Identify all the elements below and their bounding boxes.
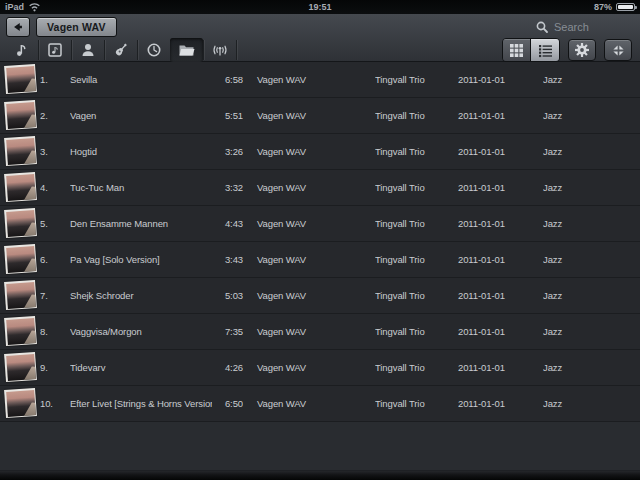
back-arrow-icon [11,20,25,34]
track-title: Tuc-Tuc Man [70,182,212,193]
track-row[interactable]: 8. Vaggvisa/Morgon 7:35 Vagen WAV Tingva… [0,314,640,350]
list-view-icon [538,43,553,58]
track-genre: Jazz [543,218,640,229]
track-date: 2011-01-01 [458,182,543,193]
track-genre: Jazz [543,254,640,265]
track-artist: Tingvall Trio [375,218,458,229]
track-genre: Jazz [543,398,640,409]
track-title: Efter Livet [Strings & Horns Version] [70,398,212,409]
track-row[interactable]: 2. Vagen 5:51 Vagen WAV Tingvall Trio 20… [0,98,640,134]
track-artist: Tingvall Trio [375,182,458,193]
grid-view-button[interactable] [503,39,531,61]
album-art-thumbnail [4,64,38,95]
track-artist: Tingvall Trio [375,290,458,301]
artist-icon [80,42,96,58]
album-art-thumbnail [4,316,38,347]
radio-icon [212,42,228,58]
app-screen: iPad 19:51 87% Vagen WAV [0,0,640,480]
track-date: 2011-01-01 [458,326,543,337]
track-row[interactable]: 3. Hogtid 3:26 Vagen WAV Tingvall Trio 2… [0,134,640,170]
tab-songs[interactable] [5,38,38,62]
album-art-thumbnail [4,100,38,131]
music-note-icon [14,42,30,58]
album-art-thumbnail [4,208,38,239]
track-album: Vagen WAV [243,398,375,409]
track-genre: Jazz [543,74,640,85]
track-row[interactable]: 5. Den Ensamme Mannen 4:43 Vagen WAV Tin… [0,206,640,242]
track-row[interactable]: 10. Efter Livet [Strings & Horns Version… [0,386,640,422]
tab-folders[interactable] [170,38,203,62]
track-date: 2011-01-01 [458,74,543,85]
track-album: Vagen WAV [243,182,375,193]
track-genre: Jazz [543,182,640,193]
track-number: 2. [40,110,70,121]
track-album: Vagen WAV [243,74,375,85]
search-input[interactable] [554,21,626,33]
tab-recent[interactable] [137,38,170,62]
tab-radio[interactable] [203,38,236,62]
tab-albums[interactable] [38,38,71,62]
track-artist: Tingvall Trio [375,146,458,157]
album-art-thumbnail [4,136,38,167]
tab-genres[interactable] [104,38,137,62]
track-album: Vagen WAV [243,218,375,229]
grid-view-icon [509,43,524,58]
track-row[interactable]: 7. Shejk Schroder 5:03 Vagen WAV Tingval… [0,278,640,314]
tab-artists[interactable] [71,38,104,62]
library-tabs [5,38,236,62]
view-controls [502,38,632,62]
track-date: 2011-01-01 [458,398,543,409]
track-number: 4. [40,182,70,193]
track-title: Vaggvisa/Morgon [70,326,212,337]
bottom-bar [0,470,640,480]
track-duration: 4:43 [212,218,243,229]
track-title: Vagen [70,110,212,121]
view-mode-segment [502,38,560,62]
battery-icon [616,3,635,11]
status-time: 19:51 [0,2,640,12]
track-artist: Tingvall Trio [375,110,458,121]
track-album: Vagen WAV [243,146,375,157]
track-duration: 3:32 [212,182,243,193]
track-row[interactable]: 9. Tidevarv 4:26 Vagen WAV Tingvall Trio… [0,350,640,386]
album-title-button[interactable]: Vagen WAV [36,17,117,37]
track-duration: 5:03 [212,290,243,301]
guitar-icon [113,42,129,58]
album-art-thumbnail [4,352,38,383]
track-number: 9. [40,362,70,373]
track-date: 2011-01-01 [458,362,543,373]
search-box [535,20,626,34]
folder-icon [178,42,195,58]
settings-button[interactable] [568,39,596,61]
track-list: 1. Sevilla 6:58 Vagen WAV Tingvall Trio … [0,62,640,422]
track-row[interactable]: 6. Pa Vag [Solo Version] 3:43 Vagen WAV … [0,242,640,278]
track-genre: Jazz [543,146,640,157]
list-view-button[interactable] [531,39,559,61]
track-artist: Tingvall Trio [375,362,458,373]
track-date: 2011-01-01 [458,218,543,229]
gear-icon [574,42,590,58]
track-date: 2011-01-01 [458,110,543,121]
back-button[interactable] [6,17,30,37]
collapse-button[interactable] [604,39,632,61]
track-number: 3. [40,146,70,157]
track-genre: Jazz [543,110,640,121]
track-number: 1. [40,74,70,85]
track-number: 5. [40,218,70,229]
track-duration: 7:35 [212,326,243,337]
status-bar: iPad 19:51 87% [0,0,640,14]
track-title: Shejk Schroder [70,290,212,301]
track-genre: Jazz [543,362,640,373]
track-number: 10. [40,398,70,409]
track-album: Vagen WAV [243,110,375,121]
track-row[interactable]: 1. Sevilla 6:58 Vagen WAV Tingvall Trio … [0,62,640,98]
track-title: Pa Vag [Solo Version] [70,254,212,265]
track-row[interactable]: 4. Tuc-Tuc Man 3:32 Vagen WAV Tingvall T… [0,170,640,206]
track-artist: Tingvall Trio [375,74,458,85]
track-genre: Jazz [543,326,640,337]
clock-icon [146,42,162,58]
track-duration: 3:26 [212,146,243,157]
track-duration: 6:50 [212,398,243,409]
album-art-thumbnail [4,388,38,419]
track-title: Tidevarv [70,362,212,373]
